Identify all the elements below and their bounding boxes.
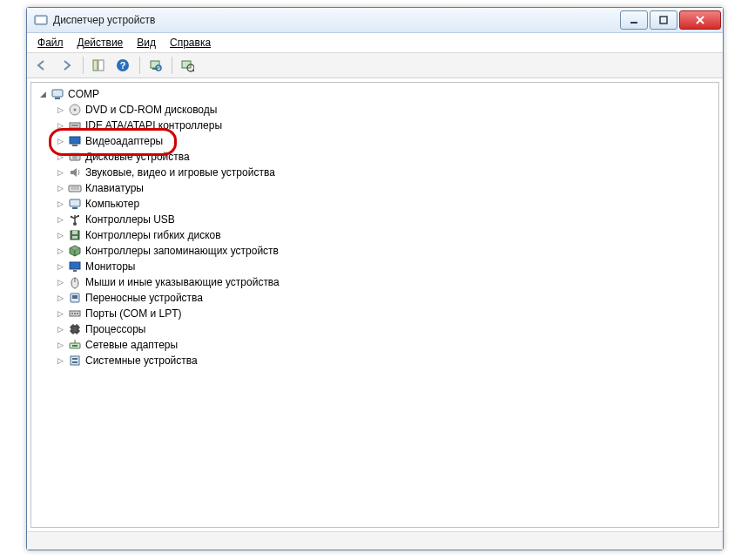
svg-rect-6 xyxy=(93,60,98,71)
minimize-button[interactable] xyxy=(620,10,648,30)
expand-icon[interactable]: ▷ xyxy=(56,121,65,131)
svg-rect-61 xyxy=(72,361,77,363)
tree-item[interactable]: ▷Звуковые, видео и игровые устройства xyxy=(56,165,718,180)
svg-rect-29 xyxy=(72,207,77,209)
menu-file-label: Файл xyxy=(37,37,64,49)
forward-button[interactable] xyxy=(55,54,77,77)
expand-icon[interactable]: ▷ xyxy=(56,309,65,319)
tree-item[interactable]: ▷Мониторы xyxy=(56,259,718,274)
expand-icon[interactable]: ▷ xyxy=(56,105,65,115)
menu-action[interactable]: Действие xyxy=(72,35,129,51)
tree-item-label: DVD и CD-ROM дисководы xyxy=(85,102,217,118)
svg-rect-59 xyxy=(71,356,79,365)
tree-item-label: IDE ATA/ATAPI контроллеры xyxy=(85,118,222,133)
toolbar-separator xyxy=(83,57,84,74)
svg-rect-33 xyxy=(77,215,79,217)
tree-item[interactable]: ▷Мыши и иные указывающие устройства xyxy=(56,274,718,290)
scan-hardware-button[interactable] xyxy=(144,54,166,77)
svg-rect-1 xyxy=(37,17,45,23)
tree-item-label: Компьютер xyxy=(85,196,139,212)
tree-item-label: Звуковые, видео и игровые устройства xyxy=(85,165,275,180)
properties-button[interactable] xyxy=(176,54,199,77)
svg-rect-7 xyxy=(98,60,104,71)
tree-item-label: Мониторы xyxy=(85,259,135,274)
titlebar[interactable]: Диспетчер устройств xyxy=(27,8,723,33)
tree-item-label: Переносные устройства xyxy=(85,290,203,306)
tree-item-label: Мыши и иные указывающие устройства xyxy=(85,274,280,290)
menu-help[interactable]: Справка xyxy=(165,35,216,51)
tree-item[interactable]: ▷Дисковые устройства xyxy=(56,149,718,165)
usb-icon xyxy=(68,213,82,226)
svg-point-30 xyxy=(73,222,77,226)
tree-item[interactable]: ▷Видеоадаптеры xyxy=(56,133,718,149)
device-category-list: ▷DVD и CD-ROM дисководы▷IDE ATA/ATAPI ко… xyxy=(38,102,718,368)
svg-rect-15 xyxy=(52,90,63,97)
svg-rect-42 xyxy=(72,295,77,299)
expand-icon[interactable]: ▷ xyxy=(56,356,65,366)
tree-item[interactable]: ▷IDE ATA/ATAPI контроллеры xyxy=(56,118,718,133)
svg-point-45 xyxy=(74,313,76,314)
sound-icon xyxy=(68,165,82,179)
svg-rect-47 xyxy=(71,326,78,333)
menu-view-label: Вид xyxy=(137,37,156,49)
drive-icon xyxy=(68,150,82,164)
tree-item[interactable]: ▷Клавиатуры xyxy=(56,180,718,196)
svg-rect-60 xyxy=(72,358,77,360)
tree-root-label: COMP xyxy=(68,86,99,102)
computer-icon xyxy=(68,197,82,211)
svg-point-18 xyxy=(74,109,77,111)
tree-item[interactable]: ▷Сетевые адаптеры xyxy=(56,337,718,353)
collapse-icon[interactable]: ◢ xyxy=(38,90,48,99)
svg-rect-37 xyxy=(70,262,80,269)
tree-item[interactable]: ▷Процессоры xyxy=(56,321,718,337)
expand-icon[interactable]: ▷ xyxy=(56,215,65,225)
tree-item[interactable]: ▷Компьютер xyxy=(56,196,718,212)
display-icon xyxy=(68,134,82,148)
tree-root[interactable]: ◢ COMP xyxy=(38,86,718,102)
maximize-button[interactable] xyxy=(650,10,677,30)
expand-icon[interactable]: ▷ xyxy=(56,199,65,209)
show-hide-tree-button[interactable] xyxy=(87,54,110,77)
expand-icon[interactable]: ▷ xyxy=(56,341,65,350)
expand-icon[interactable]: ▷ xyxy=(56,137,65,146)
expand-icon[interactable]: ▷ xyxy=(56,262,65,272)
cpu-icon xyxy=(68,322,82,336)
help-button[interactable]: ? xyxy=(111,54,134,77)
tree-item-label: Сетевые адаптеры xyxy=(85,337,178,353)
expand-icon[interactable]: ▷ xyxy=(56,184,65,193)
tree-item-label: Дисковые устройства xyxy=(85,149,190,165)
menu-action-label: Действие xyxy=(77,37,124,49)
menu-view[interactable]: Вид xyxy=(131,35,161,51)
svg-point-32 xyxy=(71,216,72,218)
expand-icon[interactable]: ▷ xyxy=(56,231,65,240)
expand-icon[interactable]: ▷ xyxy=(56,325,65,334)
expand-icon[interactable]: ▷ xyxy=(56,293,65,303)
port-icon xyxy=(68,307,82,320)
tree-item[interactable]: ▷Системные устройства xyxy=(56,353,718,368)
expand-icon[interactable]: ▷ xyxy=(56,278,65,287)
tree-item-label: Контроллеры гибких дисков xyxy=(85,227,221,243)
disc-icon xyxy=(68,103,82,117)
expand-icon[interactable]: ▷ xyxy=(56,152,65,162)
tree-panel[interactable]: ◢ COMP ▷DVD и CD-ROM дисководы▷IDE ATA/A… xyxy=(30,82,719,528)
window-title: Диспетчер устройств xyxy=(53,14,618,26)
statusbar xyxy=(27,531,723,550)
menu-help-label: Справка xyxy=(170,37,211,49)
floppy-icon xyxy=(68,228,82,242)
svg-rect-22 xyxy=(72,145,77,146)
expand-icon[interactable]: ▷ xyxy=(56,246,65,256)
svg-rect-3 xyxy=(660,17,667,24)
tree-item[interactable]: ▷Контроллеры USB xyxy=(56,212,718,227)
tree-item[interactable]: ▷Переносные устройства xyxy=(56,290,718,306)
back-button[interactable] xyxy=(30,54,53,77)
tree-item[interactable]: ▷Порты (COM и LPT) xyxy=(56,306,718,321)
svg-text:?: ? xyxy=(120,60,126,71)
app-icon xyxy=(34,13,48,27)
menu-file[interactable]: Файл xyxy=(32,35,69,51)
tree-item[interactable]: ▷Контроллеры запоминающих устройств xyxy=(56,243,718,259)
expand-icon[interactable]: ▷ xyxy=(56,168,65,178)
tree-item[interactable]: ▷Контроллеры гибких дисков xyxy=(56,227,718,243)
toolbar-separator xyxy=(139,57,140,74)
close-button[interactable] xyxy=(679,10,721,30)
tree-item[interactable]: ▷DVD и CD-ROM дисководы xyxy=(56,102,718,118)
